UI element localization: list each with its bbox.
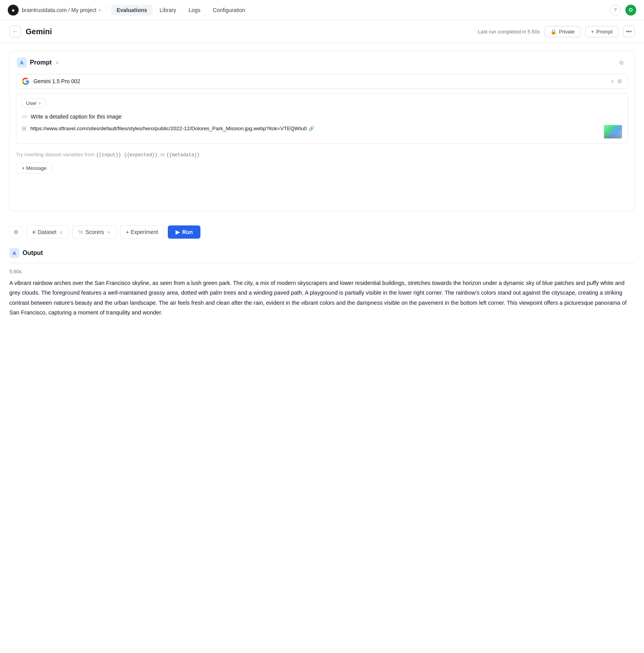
nav-link-library[interactable]: Library bbox=[154, 5, 182, 16]
model-name: Gemini 1.5 Pro 002 bbox=[33, 78, 80, 84]
scorers-dropdown[interactable]: % Scorers ∨ bbox=[72, 225, 116, 239]
nav-links: Evaluations Library Logs Configuration bbox=[111, 5, 607, 16]
scorers-chevron: ∨ bbox=[107, 230, 110, 235]
variables-hint: Try inserting dataset variables from {{i… bbox=[10, 148, 634, 162]
toolbar: ⚙ ≡ Dataset ∨ % Scorers ∨ + Experiment ▶… bbox=[9, 219, 635, 246]
text-message-row: ▭ Write a detailed caption for this imag… bbox=[22, 113, 622, 121]
output-text: A vibrant rainbow arches over the San Fr… bbox=[9, 278, 635, 318]
image-url: https://www.sftravel.com/sites/default/f… bbox=[30, 125, 314, 133]
model-chevron: ∨ bbox=[611, 79, 614, 84]
main-content: A Prompt ∨ ⧉ Gemini bbox=[0, 43, 644, 326]
private-label: Private bbox=[559, 29, 574, 35]
nav-brand-chevron: ∨ bbox=[98, 7, 101, 13]
google-logo-icon bbox=[22, 77, 30, 85]
nav-link-evaluations[interactable]: Evaluations bbox=[111, 5, 153, 16]
dataset-icon: ≡ bbox=[32, 229, 35, 235]
prompt-chevron[interactable]: ∨ bbox=[56, 60, 59, 65]
back-icon: ← bbox=[12, 28, 18, 35]
prompt-card: A Prompt ∨ ⧉ Gemini bbox=[9, 51, 635, 211]
header-meta: Last run completed in 5.50s 🔒 Private + … bbox=[478, 26, 635, 37]
copy-icon-symbol: ⧉ bbox=[620, 59, 623, 66]
page-header: ← Gemini Last run completed in 5.50s 🔒 P… bbox=[0, 20, 644, 43]
dataset-dropdown[interactable]: ≡ Dataset ∨ bbox=[26, 225, 68, 239]
text-message-icon: ▭ bbox=[22, 113, 27, 119]
nav-brand-text: braintrustdata.com / My project bbox=[22, 7, 96, 13]
experiment-label: + Experiment bbox=[126, 229, 158, 235]
plus-icon: + bbox=[591, 29, 594, 35]
run-icon: ▶ bbox=[176, 229, 180, 235]
top-nav: ● braintrustdata.com / My project ∨ Eval… bbox=[0, 0, 644, 20]
model-selector-left: Gemini 1.5 Pro 002 bbox=[22, 77, 80, 85]
model-settings-icon[interactable]: ⚙ bbox=[617, 78, 622, 84]
prompt-section-label: Prompt bbox=[30, 59, 52, 66]
dataset-chevron: ∨ bbox=[59, 230, 63, 235]
help-icon: ? bbox=[614, 7, 616, 13]
model-selector-right: ∨ ⚙ bbox=[611, 78, 622, 84]
scorers-icon: % bbox=[78, 229, 83, 235]
logo-icon: ● bbox=[12, 7, 15, 13]
prompt-label: Prompt bbox=[596, 29, 613, 35]
help-button[interactable]: ? bbox=[610, 5, 621, 16]
experiment-button[interactable]: + Experiment bbox=[120, 225, 164, 239]
output-timing: 5.60s bbox=[9, 269, 635, 274]
role-selector[interactable]: User ∨ bbox=[22, 98, 45, 108]
url-link-icon[interactable]: 🔗 bbox=[308, 126, 314, 131]
output-section: A Output 5.60s A vibrant rainbow arches … bbox=[9, 246, 635, 318]
nav-link-logs[interactable]: Logs bbox=[183, 5, 206, 16]
nav-right: ? O bbox=[610, 5, 636, 16]
nav-divider bbox=[106, 6, 106, 14]
output-header: A Output bbox=[9, 248, 635, 263]
lock-icon: 🔒 bbox=[550, 29, 557, 35]
nav-brand[interactable]: braintrustdata.com / My project ∨ bbox=[22, 7, 101, 13]
text-message-content: Write a detailed caption for this image bbox=[31, 113, 122, 121]
message-content: ▭ Write a detailed caption for this imag… bbox=[22, 113, 622, 139]
model-selector-wrapper: Gemini 1.5 Pro 002 ∨ ⚙ bbox=[10, 74, 634, 93]
dataset-label: Dataset bbox=[38, 229, 56, 235]
run-label: Run bbox=[182, 229, 193, 235]
private-button[interactable]: 🔒 Private bbox=[545, 26, 580, 37]
user-avatar[interactable]: O bbox=[625, 5, 636, 16]
role-chevron: ∨ bbox=[38, 101, 41, 106]
copy-button[interactable]: ⧉ bbox=[616, 57, 627, 68]
toolbar-settings-icon: ⚙ bbox=[14, 229, 19, 235]
nav-link-configuration[interactable]: Configuration bbox=[207, 5, 251, 16]
output-avatar: A bbox=[9, 248, 19, 258]
add-message-label: + Message bbox=[22, 165, 47, 171]
image-thumbnail bbox=[604, 125, 622, 139]
toolbar-settings-button[interactable]: ⚙ bbox=[9, 225, 23, 239]
page-title: Gemini bbox=[26, 27, 473, 36]
nav-logo: ● bbox=[8, 5, 19, 16]
prompt-avatar: A bbox=[17, 58, 27, 68]
image-message-row: ⊞ https://www.sftravel.com/sites/default… bbox=[22, 125, 622, 139]
add-message-button[interactable]: + Message bbox=[16, 162, 52, 174]
image-row-left: ⊞ https://www.sftravel.com/sites/default… bbox=[22, 125, 314, 133]
run-button[interactable]: ▶ Run bbox=[168, 225, 200, 239]
prompt-card-spacer bbox=[10, 180, 634, 211]
more-icon: ••• bbox=[626, 28, 632, 35]
prompt-card-header: A Prompt ∨ ⧉ bbox=[10, 51, 634, 74]
role-label: User bbox=[26, 100, 37, 106]
avatar-letter: O bbox=[629, 7, 633, 13]
output-section-label: Output bbox=[23, 250, 43, 257]
image-message-icon: ⊞ bbox=[22, 125, 26, 131]
prompt-card-title: A Prompt ∨ bbox=[17, 58, 59, 68]
model-selector[interactable]: Gemini 1.5 Pro 002 ∨ ⚙ bbox=[16, 74, 628, 89]
scorers-label: Scorers bbox=[85, 229, 104, 235]
variables-hint-text: Try inserting dataset variables from {{i… bbox=[16, 152, 200, 157]
more-menu-button[interactable]: ••• bbox=[623, 26, 635, 37]
add-prompt-button[interactable]: + Prompt bbox=[585, 26, 619, 37]
last-run-text: Last run completed in 5.50s bbox=[478, 29, 540, 35]
message-area: User ∨ ▭ Write a detailed caption for th… bbox=[16, 93, 628, 144]
back-button[interactable]: ← bbox=[9, 26, 21, 37]
